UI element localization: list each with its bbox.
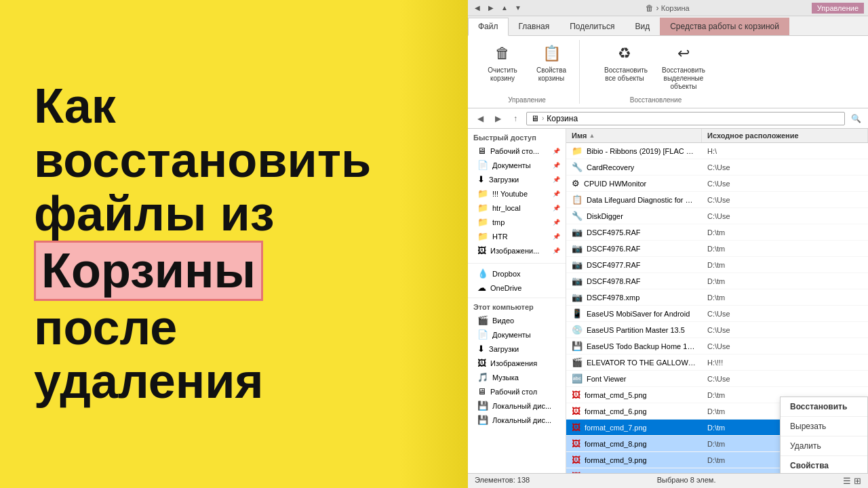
restore-all-button[interactable]: ♻ Восстановить все объекты bbox=[600, 40, 649, 94]
table-row[interactable]: 📷DSCF4976.RAF D:\tm bbox=[566, 241, 868, 257]
recent-icon[interactable]: ▼ bbox=[513, 3, 524, 14]
status-bar: Элементов: 138 Выбрано 8 элем. ☰ ⊞ bbox=[468, 473, 868, 488]
table-row[interactable]: 💿EaseUS Partition Master 13.5 C:\Use bbox=[566, 322, 868, 338]
tab-home[interactable]: Главная bbox=[509, 18, 560, 35]
restore-selected-button[interactable]: ↩ Восстановить выделенные объекты bbox=[656, 40, 711, 94]
sidebar-item-desktop2[interactable]: 🖥Рабочий стол bbox=[468, 384, 566, 399]
forward-button[interactable]: ▶ bbox=[491, 112, 505, 125]
details-view-icon[interactable]: ☰ bbox=[843, 476, 851, 486]
sidebar-item-images2[interactable]: 🖼Изображения bbox=[468, 356, 566, 370]
table-row[interactable]: 📁Bibio - Ribbons (2019) [FLAC CD] {… H:\ bbox=[566, 143, 868, 159]
tab-view[interactable]: Вид bbox=[625, 18, 660, 35]
sidebar-quick-access: Быстрый доступ 🖥Рабочий сто...📌 📄Докумен… bbox=[468, 129, 566, 260]
management-label: Управление bbox=[812, 3, 864, 14]
back-button[interactable]: ◀ bbox=[473, 112, 487, 125]
recycle-props-button[interactable]: 📋 Свойства корзины bbox=[530, 40, 572, 85]
sidebar-item-downloads2[interactable]: ⬇Загрузки bbox=[468, 342, 566, 356]
address-path[interactable]: 🖥 › Корзина bbox=[526, 112, 845, 125]
sidebar-item-dropbox[interactable]: 💧Dropbox bbox=[468, 266, 566, 281]
up-nav-icon[interactable]: ▲ bbox=[499, 3, 510, 14]
file-list-header: Имя ▲ Исходное расположение bbox=[566, 129, 868, 143]
tiles-view-icon[interactable]: ⊞ bbox=[854, 476, 861, 486]
sidebar-item-localdisk1[interactable]: 💾Локальный дис... bbox=[468, 399, 566, 413]
context-menu: Восстановить Вырезать Удалить Свойства bbox=[780, 396, 868, 473]
table-row[interactable]: 🔧DiskDigger C:\Use bbox=[566, 208, 868, 224]
back-nav-icon[interactable]: ◀ bbox=[472, 3, 483, 14]
empty-recycle-icon: 🗑 bbox=[492, 43, 513, 64]
content-area: Быстрый доступ 🖥Рабочий сто...📌 📄Докумен… bbox=[468, 129, 868, 473]
sidebar-item-docs[interactable]: 📄Документы📌 bbox=[468, 158, 566, 172]
ribbon-buttons-management: 🗑 Очистить корзину 📋 Свойства корзины bbox=[481, 40, 572, 85]
empty-recycle-button[interactable]: 🗑 Очистить корзину bbox=[481, 40, 524, 85]
col-header-name[interactable]: Имя ▲ bbox=[566, 129, 702, 142]
forward-nav-icon[interactable]: ▶ bbox=[486, 3, 496, 14]
sidebar-item-music[interactable]: 🎵Музыка bbox=[468, 370, 566, 384]
table-row[interactable]: ⚙CPUID HWMonitor C:\Use bbox=[566, 176, 868, 192]
ribbon-group-restore-label: Восстановление bbox=[630, 96, 682, 104]
view-toggle-icons: ☰ ⊞ bbox=[843, 476, 861, 486]
sidebar-item-htr[interactable]: 📁HTR📌 bbox=[468, 229, 566, 243]
sidebar-item-desktop[interactable]: 🖥Рабочий сто...📌 bbox=[468, 144, 566, 158]
table-row[interactable]: 📷DSCF4978.RAF D:\tm bbox=[566, 273, 868, 289]
table-row[interactable]: 📷DSCF4978.xmp D:\tm bbox=[566, 289, 868, 306]
context-menu-delete[interactable]: Удалить bbox=[781, 436, 867, 456]
table-row[interactable]: 📷DSCF4975.RAF D:\tm bbox=[566, 224, 868, 241]
ribbon-group-restore: ♻ Восстановить все объекты ↩ Восстановит… bbox=[593, 40, 718, 104]
table-row[interactable]: 📷DSCF4977.RAF D:\tm bbox=[566, 257, 868, 273]
file-origin-cell: H:\ bbox=[702, 146, 868, 157]
file-list-area[interactable]: Имя ▲ Исходное расположение 📁Bibio - Rib… bbox=[566, 129, 868, 473]
restore-selected-icon: ↩ bbox=[673, 43, 694, 64]
table-row[interactable]: 📱EaseUS MobiSaver for Android C:\Use bbox=[566, 306, 868, 322]
restore-all-icon: ♻ bbox=[614, 43, 635, 64]
window-top-bar: ◀ ▶ ▲ ▼ 🗑 › Корзина Управление bbox=[468, 0, 868, 16]
sidebar-item-downloads[interactable]: ⬇Загрузки📌 bbox=[468, 172, 566, 186]
file-name-cell: 📁Bibio - Ribbons (2019) [FLAC CD] {… bbox=[566, 144, 702, 157]
search-button[interactable]: 🔍 bbox=[849, 112, 863, 125]
recycle-props-icon: 📋 bbox=[540, 43, 562, 64]
tab-share[interactable]: Поделиться bbox=[559, 18, 625, 35]
sidebar-item-youtube[interactable]: 📁!!! Youtube📌 bbox=[468, 186, 566, 201]
col-header-origin[interactable]: Исходное расположение bbox=[702, 129, 868, 142]
main-title: Как восстановить файлы из Корзины после … bbox=[34, 79, 371, 408]
ribbon-content: 🗑 Очистить корзину 📋 Свойства корзины Уп… bbox=[468, 36, 868, 108]
sidebar-item-video[interactable]: 🎬Видео bbox=[468, 313, 566, 327]
ribbon-tabs: Файл Главная Поделиться Вид Средства раб… bbox=[468, 16, 868, 36]
sidebar-quickaccess-header: Быстрый доступ bbox=[468, 131, 566, 144]
window-top-path: 🗑 › Корзина bbox=[526, 3, 809, 13]
ribbon-buttons-restore: ♻ Восстановить все объекты ↩ Восстановит… bbox=[600, 40, 711, 94]
sidebar-item-tmp[interactable]: 📁tmp📌 bbox=[468, 215, 566, 229]
table-row[interactable]: 💾EaseUS Todo Backup Home 11.5 C:\Use bbox=[566, 338, 868, 354]
sidebar-item-onedrive[interactable]: ☁OneDrive bbox=[468, 281, 566, 295]
table-row[interactable]: 🔧CardRecovery C:\Use bbox=[566, 159, 868, 176]
sidebar-item-htr-local[interactable]: 📁htr_local📌 bbox=[468, 201, 566, 215]
sidebar-item-images[interactable]: 🖼Изображени...📌 bbox=[468, 243, 566, 258]
sidebar-thispc-header: Этот компьютер bbox=[468, 301, 566, 313]
highlight-word: Корзины bbox=[34, 241, 263, 301]
context-menu-restore[interactable]: Восстановить bbox=[781, 397, 867, 417]
selected-count: Выбрано 8 элем. bbox=[657, 476, 716, 486]
sidebar: Быстрый доступ 🖥Рабочий сто...📌 📄Докумен… bbox=[468, 129, 566, 473]
ribbon-group-management-label: Управление bbox=[508, 96, 546, 104]
tab-file[interactable]: Файл bbox=[468, 18, 509, 36]
table-row[interactable]: 🔤Font Viewer C:\Use bbox=[566, 371, 868, 387]
sidebar-item-localdisk2[interactable]: 💾Локальный дис... bbox=[468, 413, 566, 427]
sidebar-item-docs2[interactable]: 📄Документы bbox=[468, 327, 566, 342]
tab-tools[interactable]: Средства работы с корзиной bbox=[660, 18, 789, 35]
context-menu-properties[interactable]: Свойства bbox=[781, 456, 867, 473]
address-bar: ◀ ▶ ↑ 🖥 › Корзина 🔍 bbox=[468, 108, 868, 129]
table-row[interactable]: 📋Data Lifeguard Diagnostic for Wind… C:\… bbox=[566, 192, 868, 208]
explorer-window: ◀ ▶ ▲ ▼ 🗑 › Корзина Управление Файл Глав… bbox=[468, 0, 868, 488]
elements-count: Элементов: 138 bbox=[475, 476, 530, 486]
left-panel: Как восстановить файлы из Корзины после … bbox=[0, 0, 468, 488]
table-row[interactable]: 🎬ELEVATOR TO THE GALLOWS.1958.t… H:\!!! bbox=[566, 354, 868, 371]
ribbon-group-management: 🗑 Очистить корзину 📋 Свойства корзины Уп… bbox=[475, 40, 580, 104]
context-menu-cut[interactable]: Вырезать bbox=[781, 417, 867, 436]
up-button[interactable]: ↑ bbox=[509, 112, 522, 125]
